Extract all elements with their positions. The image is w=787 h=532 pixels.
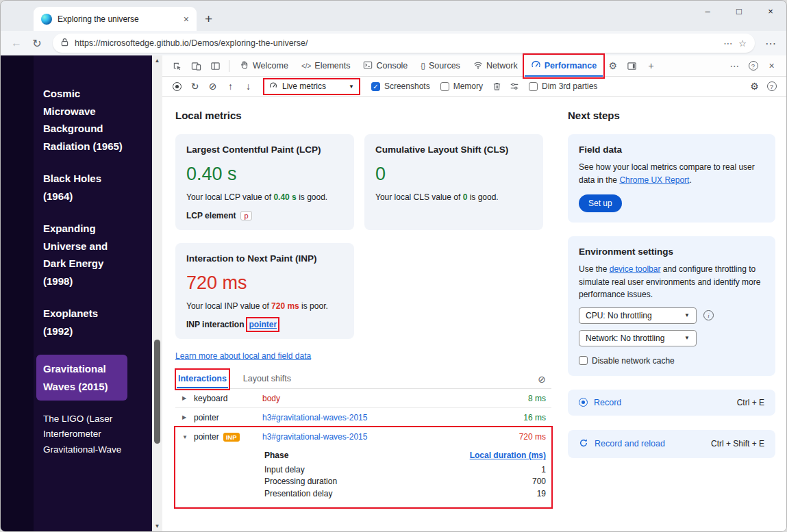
more-tools-plus-icon[interactable]: + <box>642 58 660 75</box>
new-tab-button[interactable]: + <box>205 12 212 27</box>
tab-layout-shifts[interactable]: Layout shifts <box>242 370 292 388</box>
divider <box>229 60 229 72</box>
tab-performance[interactable]: Performance <box>525 55 603 77</box>
reload-button[interactable]: ↻ <box>27 34 47 53</box>
clear-icon[interactable]: ⊘ <box>204 78 221 94</box>
minimize-button[interactable]: – <box>692 1 723 21</box>
site-info-icon[interactable] <box>61 37 68 49</box>
browser-menu-icon[interactable]: ⋯ <box>760 34 781 53</box>
set-up-button[interactable]: Set up <box>579 194 622 212</box>
memory-checkbox[interactable]: ✓ Memory <box>440 81 483 91</box>
inspect-icon[interactable] <box>168 58 186 75</box>
checkbox-icon[interactable]: ✓ <box>579 356 588 365</box>
interaction-row-pointer-inp[interactable]: ▼ pointer INP h3#gravitational-waves-201… <box>175 427 551 446</box>
back-button[interactable]: ← <box>6 34 27 53</box>
expander-icon[interactable]: ▶ <box>182 395 194 401</box>
nav-item-ligo[interactable]: The LIGO (Laser Interferometer Gravitati… <box>43 411 127 457</box>
browser-tab[interactable]: Exploring the universe × <box>34 7 197 31</box>
record-card[interactable]: Record Ctrl + E <box>568 390 775 416</box>
tab-interactions[interactable]: Interactions <box>177 370 228 388</box>
expander-icon[interactable]: ▶ <box>182 414 194 420</box>
event-target[interactable]: h3#gravitational-waves-2015 <box>262 413 497 422</box>
tab-console[interactable]: Console <box>357 55 414 77</box>
tab-elements[interactable]: </> Elements <box>295 55 357 77</box>
dim-label: Dim 3rd parties <box>542 81 597 91</box>
network-throttling-select[interactable]: Network: No throttling ▼ <box>579 330 697 346</box>
record-and-reload-card[interactable]: Record and reload Ctrl + Shift + E <box>568 430 775 458</box>
event-target[interactable]: body <box>262 394 497 403</box>
lcp-title: Largest Contentful Paint (LCP) <box>186 144 343 155</box>
nav-item-gravitational-waves[interactable]: Gravitational Waves (2015) <box>36 355 127 401</box>
scroll-up-icon[interactable]: ▲ <box>155 58 160 64</box>
crux-report-link[interactable]: Chrome UX Report <box>619 175 689 185</box>
save-profile-icon[interactable]: ↓ <box>240 78 257 94</box>
capture-settings-gear-icon[interactable]: ⚙ <box>746 78 763 94</box>
interaction-row-pointer[interactable]: ▶ pointer h3#gravitational-waves-2015 16… <box>175 408 551 427</box>
learn-more-link[interactable]: Learn more about local and field data <box>175 351 311 361</box>
nav-item-expanding-universe[interactable]: Expanding Universe and Dark Energy (1998… <box>43 220 127 290</box>
scrollbar-thumb[interactable] <box>154 340 160 444</box>
tab-label: Console <box>376 61 408 71</box>
nav-item-black-holes[interactable]: Black Holes (1964) <box>43 170 127 205</box>
environment-settings-text: Use the device toolbar and configure thr… <box>579 263 764 301</box>
screenshots-checkbox[interactable]: ✓ Screenshots <box>371 81 430 91</box>
settings-gear-icon[interactable]: ⚙ <box>603 58 622 75</box>
nav-item-exoplanets[interactable]: Exoplanets (1992) <box>43 305 127 340</box>
expander-icon[interactable]: ▼ <box>182 434 194 440</box>
tab-welcome[interactable]: Welcome <box>234 55 295 77</box>
maximize-button[interactable]: □ <box>723 1 755 21</box>
webpage-nav: Cosmic Microwave Background Radiation (1… <box>1 55 152 531</box>
browser-window: Exploring the universe × + – □ × ← ↻ htt… <box>0 0 787 532</box>
checkbox-icon[interactable]: ✓ <box>440 82 449 91</box>
page-scrollbar[interactable]: ▲ ▼ <box>152 55 162 531</box>
checkbox-icon[interactable]: ✓ <box>529 82 538 91</box>
event-target[interactable]: h3#gravitational-waves-2015 <box>262 432 497 442</box>
device-emulation-icon[interactable] <box>187 58 205 75</box>
load-profile-icon[interactable]: ↑ <box>222 78 239 94</box>
nav-item-cosmic-microwave[interactable]: Cosmic Microwave Background Radiation (1… <box>43 85 127 155</box>
scroll-down-icon[interactable]: ▼ <box>155 523 160 529</box>
record-icon[interactable] <box>168 78 186 94</box>
titlebar: Exploring the universe × + – □ × <box>1 1 786 31</box>
dim-3rd-parties-checkbox[interactable]: ✓ Dim 3rd parties <box>529 81 597 91</box>
throttling-icon[interactable] <box>506 78 523 94</box>
device-toolbar-link[interactable]: device toolbar <box>610 264 661 274</box>
close-window-button[interactable]: × <box>755 1 786 21</box>
devtools-window-buttons: ⋯ ? × <box>725 58 781 75</box>
tab-close-icon[interactable]: × <box>182 14 191 25</box>
cls-description: Your local CLS value of 0 is good. <box>375 192 532 202</box>
devtools-tab-strip: Welcome </> Elements Console {} Sources … <box>162 55 786 77</box>
interaction-row-keyboard[interactable]: ▶ keyboard body 8 ms <box>175 389 551 408</box>
info-icon[interactable]: i <box>703 310 714 320</box>
refresh-record-icon[interactable]: ↻ <box>186 78 203 94</box>
panels-icon[interactable] <box>206 58 225 75</box>
close-devtools-icon[interactable]: × <box>762 58 781 75</box>
edge-favicon-icon <box>41 14 52 25</box>
inp-badge: INP <box>223 433 240 442</box>
tab-label: Sources <box>429 61 460 71</box>
more-options-icon[interactable]: ⋯ <box>725 58 744 75</box>
url-more-icon[interactable]: ⋯ <box>723 38 732 49</box>
favorites-star-icon[interactable]: ☆ <box>738 38 747 49</box>
tab-sources[interactable]: {} Sources <box>414 55 466 77</box>
environment-settings-card: Environment settings Use the device tool… <box>568 236 775 376</box>
dock-side-icon[interactable] <box>623 58 641 75</box>
tab-network[interactable]: Network <box>467 55 524 77</box>
inp-interaction-link[interactable]: pointer <box>249 320 277 329</box>
checkbox-icon[interactable]: ✓ <box>371 82 380 91</box>
clear-log-icon[interactable]: ⊘ <box>538 374 550 388</box>
devtools-panel: Welcome </> Elements Console {} Sources … <box>162 55 786 531</box>
toolbar-help-icon[interactable]: ? <box>763 78 780 94</box>
chevron-down-icon: ▼ <box>684 312 690 318</box>
view-mode-select[interactable]: Live metrics ▼ <box>264 79 359 94</box>
inp-title: Interaction to Next Paint (INP) <box>186 253 343 264</box>
disable-network-cache-checkbox[interactable]: ✓ Disable network cache <box>579 356 764 366</box>
cpu-throttling-select[interactable]: CPU: No throttling ▼ <box>579 307 697 324</box>
lcp-element-node-link[interactable]: p <box>240 211 251 220</box>
address-bar[interactable]: https://microsoftedge.github.io/Demos/ex… <box>53 34 755 53</box>
next-steps-heading: Next steps <box>568 110 773 121</box>
help-icon[interactable]: ? <box>744 58 762 75</box>
local-duration-header-link[interactable]: Local duration (ms) <box>470 451 546 460</box>
trash-icon[interactable] <box>488 78 505 94</box>
tab-label: Welcome <box>253 61 288 71</box>
